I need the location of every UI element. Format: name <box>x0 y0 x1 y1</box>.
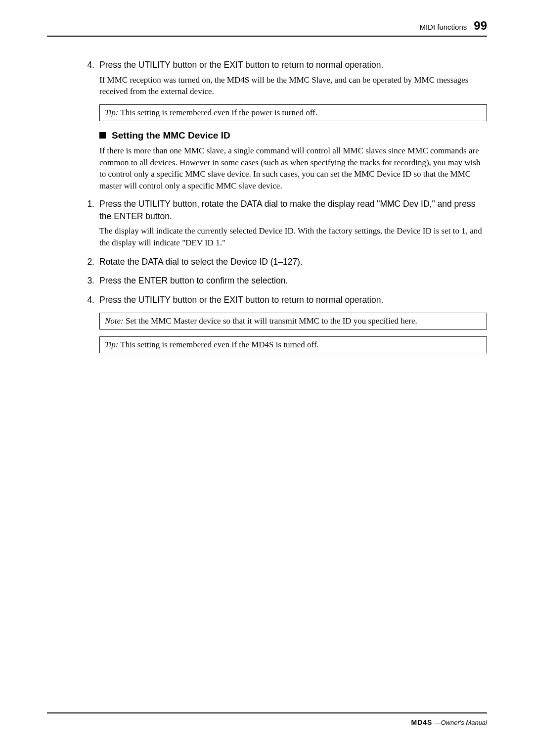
step-1: 1. Press the UTILITY button, rotate the … <box>47 198 487 249</box>
tip-box-1: Tip: This setting is remembered even if … <box>99 104 487 121</box>
step-text: Press the UTILITY button, rotate the DAT… <box>99 198 487 222</box>
tip-label: Tip: <box>105 340 118 349</box>
page-content: 4. Press the UTILITY button or the EXIT … <box>47 59 487 712</box>
section-title: Setting the MMC Device ID <box>112 130 230 141</box>
step-number: 4. <box>47 294 99 306</box>
page-container: MIDI functions 99 4. Press the UTILITY b… <box>0 0 534 756</box>
note-label: Note: <box>105 316 124 326</box>
step-text: Press the UTILITY button or the EXIT but… <box>99 294 487 306</box>
section-heading: Setting the MMC Device ID <box>99 130 487 141</box>
tip-box-2: Tip: This setting is remembered even if … <box>99 336 487 353</box>
tip-text: This setting is remembered even if the M… <box>120 340 318 349</box>
bullet-square-icon <box>99 132 106 139</box>
step-line: 4. Press the UTILITY button or the EXIT … <box>47 59 487 71</box>
step-4-top: 4. Press the UTILITY button or the EXIT … <box>47 59 487 97</box>
step-text: Rotate the DATA dial to select the Devic… <box>99 256 487 268</box>
footer-logo: MD4S <box>411 718 433 726</box>
step-4: 4. Press the UTILITY button or the EXIT … <box>47 294 487 306</box>
step-body: If MMC reception was turned on, the MD4S… <box>99 74 487 98</box>
header-section-label: MIDI functions <box>419 23 467 31</box>
page-footer: MD4S —Owner's Manual <box>47 712 487 726</box>
step-number: 2. <box>47 256 99 268</box>
step-2: 2. Rotate the DATA dial to select the De… <box>47 256 487 268</box>
step-body: The display will indicate the currently … <box>99 225 487 249</box>
note-box: Note: Set the MMC Master device so that … <box>99 313 487 330</box>
section-body: If there is more than one MMC slave, a s… <box>99 145 487 192</box>
step-number: 1. <box>47 198 99 222</box>
note-text: Set the MMC Master device so that it wil… <box>126 316 417 326</box>
tip-text: This setting is remembered even if the p… <box>120 108 317 117</box>
step-line: 1. Press the UTILITY button, rotate the … <box>47 198 487 222</box>
step-number: 4. <box>47 59 99 71</box>
page-header: MIDI functions 99 <box>47 19 487 37</box>
step-number: 3. <box>47 275 99 287</box>
step-text: Press the UTILITY button or the EXIT but… <box>99 59 487 71</box>
step-text: Press the ENTER button to confirm the se… <box>99 275 487 287</box>
step-line: 3. Press the ENTER button to confirm the… <box>47 275 487 287</box>
step-line: 2. Rotate the DATA dial to select the De… <box>47 256 487 268</box>
footer-manual-label: —Owner's Manual <box>434 719 487 726</box>
tip-label: Tip: <box>105 108 118 117</box>
step-3: 3. Press the ENTER button to confirm the… <box>47 275 487 287</box>
step-line: 4. Press the UTILITY button or the EXIT … <box>47 294 487 306</box>
header-page-number: 99 <box>474 19 487 33</box>
